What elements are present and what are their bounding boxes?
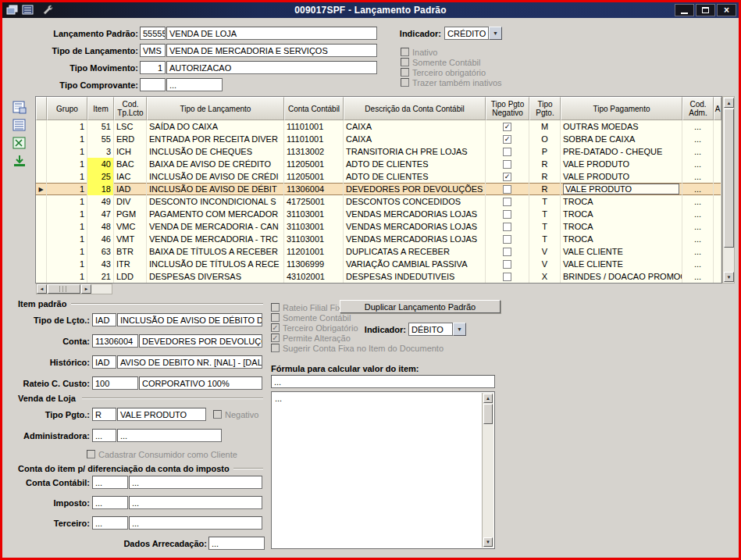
administradora-code-input[interactable]: ... [92, 429, 116, 442]
tipo-pgto-negativo-checkbox[interactable] [503, 273, 511, 281]
cell-item[interactable]: 40 [87, 158, 114, 170]
cell-item[interactable]: 43 [87, 258, 114, 270]
cell-negativo[interactable] [486, 158, 529, 170]
conta-contabil-desc-input[interactable]: ... [129, 476, 262, 489]
checkbox-box[interactable] [401, 48, 409, 56]
cell-a[interactable] [714, 170, 721, 183]
dados-arrecadacao-input[interactable]: ... [208, 537, 265, 550]
cell-a[interactable] [714, 133, 721, 145]
cell-descricao[interactable]: DUPLICATAS A RECEBER [344, 245, 486, 258]
chevron-down-icon[interactable]: ▼ [453, 323, 466, 336]
cell-cod_adm[interactable]: ... [682, 195, 714, 208]
cell-cod[interactable]: ERD [114, 133, 147, 145]
tipo-pgto-negativo-checkbox[interactable] [503, 260, 511, 269]
cell-pagamento[interactable]: VALE CLIENTE [561, 245, 682, 258]
scroll-up-icon[interactable]: ▲ [483, 394, 493, 403]
cell-a[interactable] [714, 233, 721, 245]
cell-a[interactable] [714, 120, 721, 133]
checkbox-box[interactable] [271, 303, 280, 312]
historico-desc-input[interactable]: AVISO DE DEBITO NR. [NAL] - [DAL] [117, 355, 262, 369]
cell-pagamento[interactable]: VALE CLIENTE [561, 258, 682, 270]
cell-descricao[interactable]: DESPESAS INDEDUTIVEIS [344, 270, 486, 283]
scroll-down-icon[interactable]: ▼ [483, 537, 493, 547]
formula-area[interactable]: ... ▲ ▼ [271, 391, 495, 549]
grid-col-cod[interactable]: Cod. Tp.Lcto [114, 97, 147, 120]
cell-negativo[interactable] [486, 245, 529, 258]
tipo-pgto-negativo-checkbox[interactable]: ✓ [503, 135, 511, 144]
grid-row-item-47[interactable]: 147PGMPAGAMENTO COM MERCADOR31103001VEND… [36, 208, 721, 220]
cell-pagamento[interactable]: VALE PRODUTO [561, 170, 682, 183]
checkbox-box[interactable] [213, 410, 222, 419]
cell-grupo[interactable]: 1 [47, 245, 87, 258]
cell-grupo[interactable]: 1 [47, 170, 87, 183]
checkbox-trazer-tamb-m-inativos[interactable]: Trazer também inativos [401, 77, 502, 87]
grid-vscroll-thumb[interactable] [724, 109, 734, 248]
cell-grupo[interactable]: 1 [47, 233, 87, 245]
cell-grupo[interactable]: 1 [47, 220, 87, 233]
cell-cod[interactable]: BAC [114, 158, 147, 170]
tipo-pgto-negativo-checkbox[interactable] [503, 223, 511, 231]
cell-descricao[interactable]: ADTO DE CLIENTES [344, 158, 486, 170]
tipo-comprovante-lookup[interactable]: ... [166, 78, 223, 91]
checkbox-box[interactable] [401, 68, 409, 77]
cell-negativo[interactable] [486, 270, 529, 283]
scroll-down-icon[interactable]: ▼ [724, 272, 734, 282]
cell-a[interactable] [714, 208, 721, 220]
cell-tipo[interactable]: INCLUSÃO DE AVISO DE CRÉDI [147, 170, 284, 183]
export-excel-icon[interactable] [11, 135, 28, 151]
cell-tipo[interactable]: VENDA DE MERCADORIA - TRC [147, 233, 284, 245]
tipo-pgto-negativo-checkbox[interactable] [503, 235, 511, 244]
cell-tipo_pgto[interactable]: M [529, 120, 561, 133]
cell-tipo_pgto[interactable]: V [529, 258, 561, 270]
conta-code-input[interactable]: 11306004 [92, 334, 138, 348]
checkbox-somente-cont-bil[interactable]: Somente Contábil [401, 57, 502, 67]
cell-a[interactable] [714, 183, 721, 195]
cell-cod[interactable]: VMT [114, 233, 147, 245]
cell-descricao[interactable]: CAIXA [344, 133, 486, 145]
grid-vertical-scrollbar[interactable]: ▲ ▼ [722, 96, 735, 284]
cell-negativo[interactable]: ✓ [486, 170, 529, 183]
cell-a[interactable] [714, 245, 721, 258]
cell-conta[interactable]: 11101001 [284, 133, 344, 145]
cell-pagamento[interactable]: BRINDES / DOACAO PROMOCI... [561, 270, 682, 283]
grid-horizontal-scrollbar[interactable]: ◄ ► [36, 284, 112, 294]
administradora-desc-input[interactable]: ... [117, 429, 222, 442]
cell-tipo_pgto[interactable]: R [529, 158, 561, 170]
cell-cod_adm[interactable]: ... [682, 120, 714, 133]
cell-tipo_pgto[interactable]: T [529, 233, 561, 245]
cell-tipo[interactable]: PAGAMENTO COM MERCADOR [147, 208, 284, 220]
tipo-pgto-negativo-checkbox[interactable] [503, 210, 511, 219]
chevron-down-icon[interactable]: ▼ [489, 27, 502, 40]
cell-grupo[interactable]: 1 [47, 145, 87, 158]
cell-tipo_pgto[interactable]: O [529, 133, 561, 145]
terceiro-desc-input[interactable]: ... [129, 516, 262, 530]
cell-grupo[interactable]: 1 [47, 208, 87, 220]
import-data-icon[interactable] [11, 153, 28, 169]
cell-conta[interactable]: 41725001 [284, 195, 344, 208]
conta-desc-input[interactable]: DEVEDORES POR DEVOLUÇÕES [139, 334, 262, 348]
cell-conta[interactable]: 31103001 [284, 233, 344, 245]
grid-col-item[interactable]: Item [87, 97, 114, 120]
cell-a[interactable] [714, 145, 721, 158]
cell-grupo[interactable]: 1 [47, 133, 87, 145]
cell-cod_adm[interactable]: ... [682, 258, 714, 270]
cell-cod_adm[interactable]: ... [682, 170, 714, 183]
tipo-pgto-negativo-checkbox[interactable]: ✓ [503, 173, 511, 181]
cell-tipo_pgto[interactable]: R [529, 183, 561, 195]
cell-cod_adm[interactable]: ... [682, 145, 714, 158]
grid-col-descricao[interactable]: Descrição da Conta Contábil [344, 97, 486, 120]
cell-negativo[interactable]: ✓ [486, 120, 529, 133]
tipo-pgto-desc-input[interactable]: VALE PRODUTO [117, 408, 206, 421]
formula-scroll-thumb[interactable] [483, 404, 493, 424]
cell-cod[interactable]: VMC [114, 220, 147, 233]
cell-conta[interactable]: 11201001 [284, 245, 344, 258]
close-button[interactable]: × [717, 4, 736, 16]
grid-row-item-25[interactable]: 125IACINCLUSÃO DE AVISO DE CRÉDI11205001… [36, 170, 721, 183]
cell-a[interactable] [714, 220, 721, 233]
scroll-left-icon[interactable]: ◄ [37, 284, 47, 294]
cell-conta[interactable]: 11306004 [284, 183, 344, 195]
grid-col-grupo[interactable]: Grupo [47, 97, 87, 120]
cell-tipo_pgto[interactable]: P [529, 145, 561, 158]
grid-row-item-63[interactable]: 163BTRBAIXA DE TÍTULOS A RECEBER11201001… [36, 245, 721, 258]
cell-pagamento[interactable]: TROCA [561, 233, 682, 245]
